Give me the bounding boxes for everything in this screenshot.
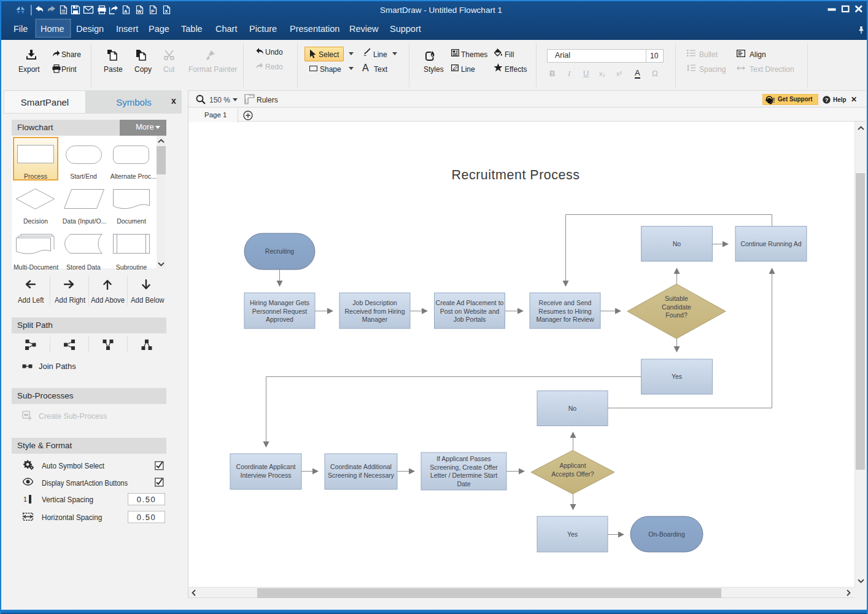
svg-text:Receive and SendResumes to Hir: Receive and SendResumes to HiringManager… xyxy=(537,299,594,323)
svg-text:Recruiting: Recruiting xyxy=(265,247,294,255)
svg-text:!: ! xyxy=(773,97,775,104)
svg-text:No: No xyxy=(673,240,681,247)
svg-text:Yes: Yes xyxy=(567,530,578,538)
svg-text:?: ? xyxy=(825,96,829,103)
svg-text:On-Boarding: On-Boarding xyxy=(648,530,685,538)
svg-text:No: No xyxy=(568,405,577,412)
svg-text:A: A xyxy=(124,9,128,14)
svg-text:P: P xyxy=(151,9,154,14)
svg-text:Recruitment Process: Recruitment Process xyxy=(451,168,579,182)
svg-text:SuitableCandidateFound?: SuitableCandidateFound? xyxy=(662,295,691,319)
svg-text:Continue Running Ad: Continue Running Ad xyxy=(740,240,801,247)
svg-text:Yes: Yes xyxy=(672,373,682,380)
svg-text:Coordinate ApplicantInterview: Coordinate ApplicantInterview Process xyxy=(236,463,296,479)
svg-text:1: 1 xyxy=(23,495,27,503)
svg-text:Coordinate AdditionalScreening: Coordinate AdditionalScreening if Necess… xyxy=(328,463,395,479)
svg-text:X: X xyxy=(165,9,168,14)
svg-text:W: W xyxy=(137,9,142,14)
